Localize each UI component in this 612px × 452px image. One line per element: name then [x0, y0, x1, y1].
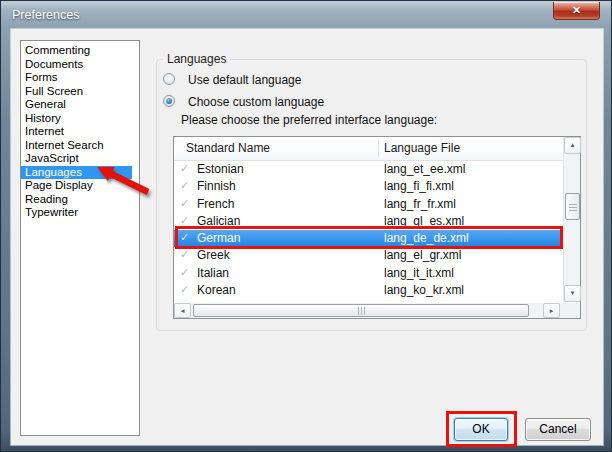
thumb-grip-icon: [569, 203, 577, 211]
horizontal-scroll-thumb[interactable]: [193, 304, 529, 317]
dialog-body: CommentingDocumentsFormsFull ScreenGener…: [11, 29, 603, 445]
vertical-scroll-thumb[interactable]: [565, 193, 580, 220]
language-file: lang_fr_fr.xml: [384, 197, 456, 211]
sidebar-item-documents[interactable]: Documents: [21, 58, 139, 72]
radio-default-language-label: Use default language: [188, 73, 301, 87]
language-prompt: Please choose the preferred interface la…: [181, 113, 437, 127]
radio-custom-language[interactable]: [163, 95, 175, 107]
cancel-button[interactable]: Cancel: [525, 418, 591, 441]
sidebar-item-full-screen[interactable]: Full Screen: [21, 85, 139, 99]
language-name: German: [197, 231, 240, 245]
column-separator: [378, 140, 379, 157]
scrollbar-corner: [560, 303, 580, 318]
sidebar-item-internet[interactable]: Internet: [21, 125, 139, 139]
vertical-scrollbar[interactable]: ▲ ▼: [563, 137, 580, 302]
scroll-up-button[interactable]: ▲: [564, 137, 581, 154]
sidebar-item-typewriter[interactable]: Typewriter: [21, 206, 139, 220]
table-row-galician[interactable]: ✓Galicianlang_gl_es.xml: [174, 213, 563, 230]
check-icon: ✓: [180, 214, 189, 227]
check-icon: ✓: [180, 179, 189, 192]
close-button[interactable]: ✕: [553, 2, 600, 20]
language-name: Italian: [197, 266, 229, 280]
check-icon: ✓: [180, 197, 189, 210]
ok-button[interactable]: OK: [454, 418, 508, 441]
category-list: CommentingDocumentsFormsFull ScreenGener…: [20, 40, 140, 436]
sidebar-item-javascript[interactable]: JavaScript: [21, 152, 139, 166]
scroll-down-button[interactable]: ▼: [564, 285, 581, 302]
language-file: lang_ko_kr.xml: [384, 283, 464, 297]
scroll-right-button[interactable]: ►: [543, 303, 560, 318]
language-file: lang_de_de.xml: [384, 231, 469, 245]
table-rows: ✓Estonianlang_et_ee.xml✓Finnishlang_fi_f…: [174, 161, 563, 299]
check-icon: ✓: [180, 162, 189, 175]
sidebar-item-forms[interactable]: Forms: [21, 71, 139, 85]
table-header: Standard Name Language File: [174, 137, 563, 161]
table-row-finnish[interactable]: ✓Finnishlang_fi_fi.xml: [174, 178, 563, 195]
language-name: Galician: [197, 214, 240, 228]
window-title: Preferences: [12, 8, 79, 22]
scroll-left-icon: ◄: [176, 305, 190, 317]
language-file: lang_it_it.xml: [384, 266, 454, 280]
language-name: Estonian: [197, 162, 244, 176]
scroll-down-icon: ▼: [566, 287, 580, 300]
close-icon: ✕: [554, 2, 599, 18]
language-file: lang_fi_fi.xml: [384, 179, 454, 193]
language-name: Greek: [197, 248, 230, 262]
horizontal-scrollbar[interactable]: ◄ ►: [174, 303, 560, 318]
sidebar-item-reading[interactable]: Reading: [21, 193, 139, 207]
scroll-up-icon: ▲: [566, 139, 580, 152]
preferences-dialog: Preferences ✕ CommentingDocumentsFormsFu…: [0, 0, 612, 452]
radio-custom-language-label: Choose custom language: [188, 95, 324, 109]
language-file: lang_et_ee.xml: [384, 162, 465, 176]
thumb-grip-icon: [358, 307, 367, 315]
language-name: Korean: [197, 283, 236, 297]
check-icon: ✓: [180, 266, 189, 279]
sidebar-item-languages[interactable]: Languages: [21, 166, 132, 180]
sidebar-item-history[interactable]: History: [21, 112, 139, 126]
language-table: Standard Name Language File ✓Estonianlan…: [173, 136, 581, 319]
language-file: lang_gl_es.xml: [384, 214, 464, 228]
language-file: lang_el_gr.xml: [384, 248, 461, 262]
sidebar-item-general[interactable]: General: [21, 98, 139, 112]
check-icon: ✓: [180, 248, 189, 261]
sidebar-item-commenting[interactable]: Commenting: [21, 44, 139, 58]
table-row-german[interactable]: ✓Germanlang_de_de.xml: [174, 230, 563, 247]
column-standard-name[interactable]: Standard Name: [186, 141, 270, 155]
scroll-left-button[interactable]: ◄: [174, 303, 191, 318]
table-row-greek[interactable]: ✓Greeklang_el_gr.xml: [174, 247, 563, 264]
table-row-korean[interactable]: ✓Koreanlang_ko_kr.xml: [174, 282, 563, 299]
check-icon: ✓: [180, 231, 189, 244]
sidebar-item-page-display[interactable]: Page Display: [21, 179, 139, 193]
table-row-estonian[interactable]: ✓Estonianlang_et_ee.xml: [174, 161, 563, 178]
radio-default-language[interactable]: [163, 73, 175, 85]
language-name: French: [197, 197, 234, 211]
check-icon: ✓: [180, 283, 189, 296]
column-language-file[interactable]: Language File: [384, 141, 460, 155]
scroll-right-icon: ►: [545, 305, 559, 317]
sidebar-item-internet-search[interactable]: Internet Search: [21, 139, 139, 153]
group-label: Languages: [163, 52, 230, 66]
language-name: Finnish: [197, 179, 236, 193]
title-bar[interactable]: Preferences: [2, 2, 610, 29]
table-row-italian[interactable]: ✓Italianlang_it_it.xml: [174, 265, 563, 282]
table-row-french[interactable]: ✓Frenchlang_fr_fr.xml: [174, 196, 563, 213]
